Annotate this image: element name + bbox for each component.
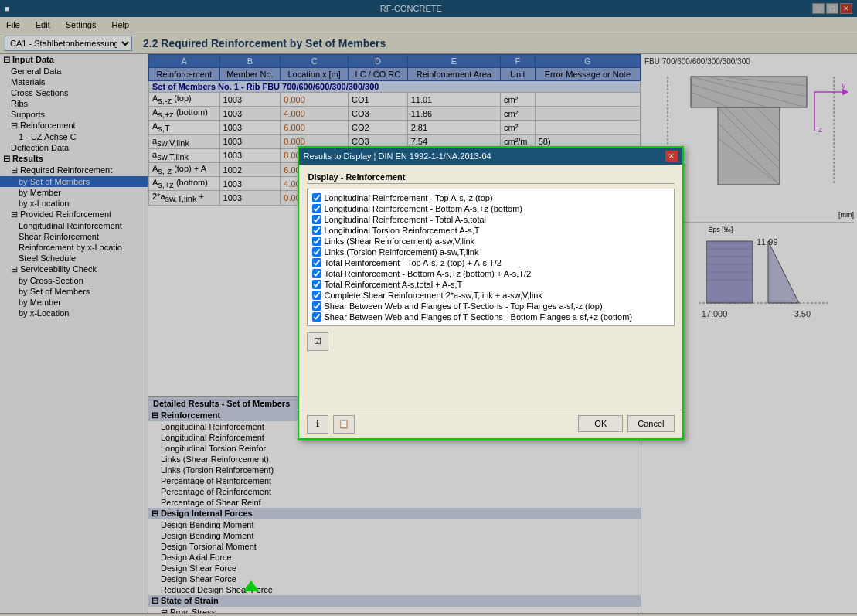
modal-select-all-button[interactable]: ☑ xyxy=(307,332,328,351)
checkbox-item-5: Links (Torsion Reinforcement) a-sw,T,lin… xyxy=(311,247,671,257)
checkbox-item-4: Links (Shear Reinforcement) a-sw,V,link xyxy=(311,236,671,247)
modal-body: Display - Reinforcement Longitudinal Rei… xyxy=(299,165,682,410)
checkbox-6[interactable] xyxy=(312,258,321,267)
modal-title-bar: Results to Display ¦ DIN EN 1992-1-1/NA:… xyxy=(299,148,682,165)
checkbox-9[interactable] xyxy=(312,291,321,300)
checkbox-label-10: Shear Between Web and Flanges of T-Secti… xyxy=(325,301,603,311)
modal-footer: ℹ 📋 OK Cancel xyxy=(299,410,682,438)
checkbox-item-0: Longitudinal Reinforcement - Top A-s,-z … xyxy=(311,192,671,203)
checkbox-label-9: Complete Shear Reinforcement 2*a-sw,T,li… xyxy=(325,291,542,300)
checkbox-3[interactable] xyxy=(312,226,321,235)
checkbox-1[interactable] xyxy=(312,204,321,213)
checkbox-7[interactable] xyxy=(312,269,321,278)
to-display-arrow xyxy=(243,580,259,591)
checkbox-5[interactable] xyxy=(312,247,321,257)
checkbox-item-3: Longitudinal Torsion Reinforcement A-s,T xyxy=(311,225,671,236)
checkbox-8[interactable] xyxy=(312,280,321,289)
modal-dialog: Results to Display ¦ DIN EN 1992-1-1/NA:… xyxy=(298,146,684,440)
checkbox-label-11: Shear Between Web and Flanges of T-Secti… xyxy=(325,312,633,322)
checkbox-label-6: Total Reinforcement - Top A-s,-z (top) +… xyxy=(325,258,502,267)
modal-cancel-button[interactable]: Cancel xyxy=(627,415,674,432)
modal-info-button[interactable]: ℹ xyxy=(307,415,328,434)
checkbox-item-10: Shear Between Web and Flanges of T-Secti… xyxy=(311,301,671,311)
checkbox-label-8: Total Reinforcement A-s,total + A-s,T xyxy=(325,280,463,289)
checkbox-label-1: Longitudinal Reinforcement - Bottom A-s,… xyxy=(325,204,522,213)
checkbox-label-7: Total Reinforcement - Bottom A-s,+z (bot… xyxy=(325,269,532,278)
checkbox-item-6: Total Reinforcement - Top A-s,-z (top) +… xyxy=(311,257,671,268)
checkbox-item-11: Shear Between Web and Flanges of T-Secti… xyxy=(311,311,671,322)
modal-section-label: Display - Reinforcement xyxy=(307,171,675,184)
modal-title: Results to Display ¦ DIN EN 1992-1-1/NA:… xyxy=(304,151,491,161)
checkbox-4[interactable] xyxy=(312,237,321,246)
checkbox-item-9: Complete Shear Reinforcement 2*a-sw,T,li… xyxy=(311,290,671,301)
modal-overlay: Results to Display ¦ DIN EN 1992-1-1/NA:… xyxy=(0,0,857,616)
checkbox-label-4: Links (Shear Reinforcement) a-sw,V,link xyxy=(325,237,475,246)
checkbox-label-5: Links (Torsion Reinforcement) a-sw,T,lin… xyxy=(325,247,479,257)
checkbox-label-2: Longitudinal Reinforcement - Total A-s,t… xyxy=(325,215,487,224)
modal-close-button[interactable]: ✕ xyxy=(665,151,678,162)
modal-icon-row: ☑ xyxy=(307,332,675,351)
checkbox-list: Longitudinal Reinforcement - Top A-s,-z … xyxy=(307,189,675,326)
modal-ok-button[interactable]: OK xyxy=(578,415,623,432)
checkbox-item-2: Longitudinal Reinforcement - Total A-s,t… xyxy=(311,214,671,225)
modal-export-button[interactable]: 📋 xyxy=(333,415,355,434)
checkbox-10[interactable] xyxy=(312,301,321,311)
checkbox-item-1: Longitudinal Reinforcement - Bottom A-s,… xyxy=(311,203,671,214)
checkbox-2[interactable] xyxy=(312,215,321,224)
checkbox-11[interactable] xyxy=(312,312,321,322)
checkbox-label-0: Longitudinal Reinforcement - Top A-s,-z … xyxy=(325,193,493,202)
checkbox-item-8: Total Reinforcement A-s,total + A-s,T xyxy=(311,279,671,290)
checkbox-label-3: Longitudinal Torsion Reinforcement A-s,T xyxy=(325,226,480,235)
checkbox-0[interactable] xyxy=(312,193,321,202)
checkbox-item-7: Total Reinforcement - Bottom A-s,+z (bot… xyxy=(311,268,671,279)
